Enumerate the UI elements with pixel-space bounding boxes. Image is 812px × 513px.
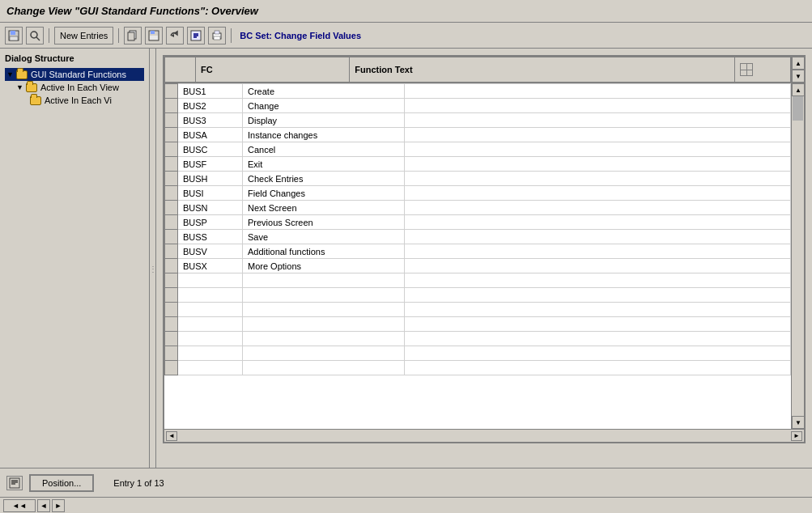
resize-handle[interactable] bbox=[150, 49, 156, 489]
col-header-icon[interactable] bbox=[735, 57, 791, 83]
row-selector-4[interactable] bbox=[165, 142, 178, 157]
table-row[interactable] bbox=[165, 332, 791, 346]
scroll-down-btn-2[interactable]: ▼ bbox=[792, 416, 804, 429]
table-row[interactable]: BUSFExit bbox=[165, 157, 791, 172]
scroll-right-btn[interactable]: ► bbox=[791, 431, 802, 441]
svg-rect-15 bbox=[215, 31, 219, 34]
table-row[interactable] bbox=[165, 361, 791, 375]
find-button[interactable] bbox=[26, 27, 44, 45]
table-row[interactable]: BUSXMore Options bbox=[165, 259, 791, 273]
row-selector-13[interactable] bbox=[165, 273, 178, 288]
row-selector-18[interactable] bbox=[165, 346, 178, 361]
row-selector-19[interactable] bbox=[165, 361, 178, 375]
row-selector-11[interactable] bbox=[165, 244, 178, 259]
table-row[interactable]: BUSVAdditional functions bbox=[165, 244, 791, 259]
table-scroll-area[interactable]: BUS1CreateBUS2ChangeBUS3DisplayBUSAInsta… bbox=[164, 83, 791, 429]
h-scroll-track[interactable] bbox=[179, 432, 789, 440]
scroll-thumb[interactable] bbox=[793, 96, 803, 121]
table-row[interactable] bbox=[165, 303, 791, 317]
table-row[interactable]: BUSPPrevious Screen bbox=[165, 215, 791, 230]
scroll-left-btn[interactable]: ◄ bbox=[166, 431, 177, 441]
table-row[interactable]: BUSHCheck Entries bbox=[165, 172, 791, 186]
print-button[interactable] bbox=[208, 27, 226, 45]
cell-fc-16 bbox=[178, 317, 243, 332]
cell-fc-8: BUSN bbox=[178, 201, 243, 215]
copy-button[interactable] bbox=[124, 27, 142, 45]
cell-fc-13 bbox=[178, 273, 243, 288]
table-row[interactable]: BUSIField Changes bbox=[165, 186, 791, 201]
sidebar-item-active[interactable]: Active In Each Vi bbox=[5, 94, 144, 107]
sidebar-item-gui-standard[interactable]: ▼ GUI Standard Functions bbox=[5, 68, 144, 81]
row-selector-5[interactable] bbox=[165, 157, 178, 172]
cell-function-text-10: Save bbox=[243, 230, 405, 244]
svg-point-3 bbox=[31, 32, 37, 38]
cell-fc-1: BUS2 bbox=[178, 99, 243, 113]
row-selector-6[interactable] bbox=[165, 172, 178, 186]
svg-rect-2 bbox=[10, 36, 18, 40]
row-selector-17[interactable] bbox=[165, 332, 178, 346]
table-row[interactable] bbox=[165, 288, 791, 303]
cell-fc-7: BUSI bbox=[178, 186, 243, 201]
table-row[interactable]: BUS3Display bbox=[165, 113, 791, 128]
cell-function-text-17 bbox=[243, 332, 405, 346]
nav-left-btn[interactable]: ◄ bbox=[37, 499, 50, 512]
cell-function-text-3: Instance changes bbox=[243, 128, 405, 142]
row-selector-8[interactable] bbox=[165, 201, 178, 215]
tree-arrow-1: ▼ bbox=[6, 70, 14, 78]
table-row[interactable] bbox=[165, 273, 791, 288]
cell-fc-9: BUSP bbox=[178, 215, 243, 230]
scroll-up-btn-2[interactable]: ▲ bbox=[792, 83, 804, 96]
save-button[interactable] bbox=[5, 27, 23, 45]
save2-button[interactable] bbox=[145, 27, 163, 45]
table-row[interactable]: BUSSSave bbox=[165, 230, 791, 244]
cell-fc-3: BUSA bbox=[178, 128, 243, 142]
export-button[interactable] bbox=[187, 27, 205, 45]
cell-filler-2 bbox=[405, 113, 791, 128]
folder-icon-3 bbox=[29, 95, 42, 106]
row-selector-15[interactable] bbox=[165, 303, 178, 317]
row-selector-14[interactable] bbox=[165, 288, 178, 303]
row-selector-7[interactable] bbox=[165, 186, 178, 201]
cell-filler-8 bbox=[405, 201, 791, 215]
nav-right-btn[interactable]: ► bbox=[52, 499, 65, 512]
scroll-down-button[interactable]: ▼ bbox=[792, 70, 805, 83]
cell-function-text-4: Cancel bbox=[243, 142, 405, 157]
nav-left-end-btn[interactable]: ◄◄ bbox=[3, 499, 36, 512]
resize-dots bbox=[149, 264, 157, 273]
table-row[interactable] bbox=[165, 346, 791, 361]
row-selector-16[interactable] bbox=[165, 317, 178, 332]
sidebar: Dialog Structure ▼ GUI Standard Function… bbox=[0, 49, 150, 489]
grid-settings-icon[interactable] bbox=[740, 63, 753, 76]
cell-function-text-1: Change bbox=[243, 99, 405, 113]
cell-fc-10: BUSS bbox=[178, 230, 243, 244]
table-row[interactable]: BUS2Change bbox=[165, 99, 791, 113]
sidebar-item-active-each[interactable]: ▼ Active In Each View bbox=[5, 81, 144, 94]
scroll-up-button[interactable]: ▲ bbox=[792, 57, 805, 70]
row-selector-12[interactable] bbox=[165, 259, 178, 273]
position-button[interactable]: Position... bbox=[29, 474, 94, 492]
cell-function-text-7: Field Changes bbox=[243, 186, 405, 201]
right-scrollbar: ▲ ▼ bbox=[791, 83, 804, 429]
row-selector-9[interactable] bbox=[165, 215, 178, 230]
table-row[interactable]: BUSAInstance changes bbox=[165, 128, 791, 142]
sidebar-item-label-3: Active In Each Vi bbox=[45, 95, 112, 105]
table-row[interactable]: BUS1Create bbox=[165, 84, 791, 99]
table-row[interactable]: BUSCCancel bbox=[165, 142, 791, 157]
cell-function-text-12: More Options bbox=[243, 259, 405, 273]
row-selector-1[interactable] bbox=[165, 99, 178, 113]
svg-rect-17 bbox=[10, 478, 19, 488]
svg-rect-1 bbox=[11, 31, 15, 35]
row-selector-2[interactable] bbox=[165, 113, 178, 128]
cell-filler-10 bbox=[405, 230, 791, 244]
new-entries-label-btn[interactable]: New Entries bbox=[54, 27, 113, 45]
cell-function-text-19 bbox=[243, 361, 405, 375]
cell-fc-0: BUS1 bbox=[178, 84, 243, 99]
row-selector-0[interactable] bbox=[165, 84, 178, 99]
table-row[interactable] bbox=[165, 317, 791, 332]
row-selector-10[interactable] bbox=[165, 230, 178, 244]
col-header-function-text: Function Text bbox=[350, 57, 735, 83]
table-row[interactable]: BUSNNext Screen bbox=[165, 201, 791, 215]
cell-function-text-18 bbox=[243, 346, 405, 361]
undo-button[interactable] bbox=[166, 27, 184, 45]
row-selector-3[interactable] bbox=[165, 128, 178, 142]
